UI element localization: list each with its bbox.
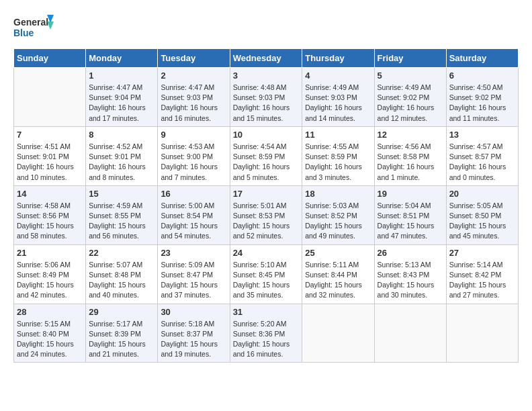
calendar-cell [302, 304, 374, 363]
calendar-cell: 24Sunrise: 5:10 AMSunset: 8:45 PMDayligh… [230, 244, 302, 304]
calendar-cell: 17Sunrise: 5:01 AMSunset: 8:53 PMDayligh… [230, 185, 302, 244]
calendar-week-row: 1Sunrise: 4:47 AMSunset: 9:04 PMDaylight… [14, 68, 519, 127]
weekday-header-sunday: Sunday [14, 49, 86, 68]
calendar-week-row: 14Sunrise: 4:58 AMSunset: 8:56 PMDayligh… [14, 185, 519, 244]
calendar-cell: 13Sunrise: 4:57 AMSunset: 8:57 PMDayligh… [446, 126, 518, 185]
calendar-cell: 26Sunrise: 5:13 AMSunset: 8:43 PMDayligh… [374, 244, 446, 304]
day-info: Sunrise: 5:11 AMSunset: 8:44 PMDaylight:… [305, 260, 371, 301]
day-number: 19 [378, 189, 443, 199]
day-number: 23 [161, 248, 226, 258]
calendar-cell: 12Sunrise: 4:56 AMSunset: 8:58 PMDayligh… [374, 126, 446, 185]
day-number: 25 [305, 248, 371, 258]
day-info: Sunrise: 4:59 AMSunset: 8:55 PMDaylight:… [89, 201, 154, 242]
logo: General Blue [13, 13, 54, 43]
day-info: Sunrise: 4:53 AMSunset: 9:00 PMDaylight:… [161, 142, 226, 183]
calendar-cell: 8Sunrise: 4:52 AMSunset: 9:01 PMDaylight… [86, 126, 158, 185]
weekday-header-saturday: Saturday [446, 49, 518, 68]
calendar-cell: 14Sunrise: 4:58 AMSunset: 8:56 PMDayligh… [14, 185, 86, 244]
calendar-cell: 16Sunrise: 5:00 AMSunset: 8:54 PMDayligh… [158, 185, 230, 244]
day-number: 14 [17, 189, 83, 199]
calendar-cell: 2Sunrise: 4:47 AMSunset: 9:03 PMDaylight… [158, 68, 230, 127]
day-info: Sunrise: 4:54 AMSunset: 8:59 PMDaylight:… [233, 142, 300, 183]
calendar-cell: 1Sunrise: 4:47 AMSunset: 9:04 PMDaylight… [86, 68, 158, 127]
calendar-header-row: SundayMondayTuesdayWednesdayThursdayFrid… [14, 49, 519, 68]
day-info: Sunrise: 4:47 AMSunset: 9:04 PMDaylight:… [89, 83, 154, 124]
calendar-cell: 11Sunrise: 4:55 AMSunset: 8:59 PMDayligh… [302, 126, 374, 185]
day-info: Sunrise: 5:07 AMSunset: 8:48 PMDaylight:… [89, 260, 154, 301]
svg-text:Blue: Blue [13, 28, 34, 38]
day-info: Sunrise: 5:13 AMSunset: 8:43 PMDaylight:… [378, 260, 443, 301]
day-info: Sunrise: 5:17 AMSunset: 8:39 PMDaylight:… [89, 319, 154, 360]
calendar-cell: 9Sunrise: 4:53 AMSunset: 9:00 PMDaylight… [158, 126, 230, 185]
day-info: Sunrise: 4:49 AMSunset: 9:02 PMDaylight:… [378, 83, 443, 124]
day-number: 11 [305, 130, 371, 140]
calendar-cell: 7Sunrise: 4:51 AMSunset: 9:01 PMDaylight… [14, 126, 86, 185]
day-number: 5 [378, 71, 443, 81]
day-info: Sunrise: 4:49 AMSunset: 9:03 PMDaylight:… [305, 83, 371, 124]
day-number: 8 [89, 130, 154, 140]
calendar-cell: 27Sunrise: 5:14 AMSunset: 8:42 PMDayligh… [446, 244, 518, 304]
day-info: Sunrise: 5:20 AMSunset: 8:36 PMDaylight:… [233, 319, 300, 360]
day-info: Sunrise: 5:00 AMSunset: 8:54 PMDaylight:… [161, 201, 226, 242]
day-number: 6 [449, 71, 515, 81]
calendar-cell [446, 304, 518, 363]
calendar-cell: 4Sunrise: 4:49 AMSunset: 9:03 PMDaylight… [302, 68, 374, 127]
logo-svg: General Blue [13, 13, 54, 43]
day-info: Sunrise: 5:15 AMSunset: 8:40 PMDaylight:… [17, 319, 83, 360]
day-number: 3 [233, 71, 300, 81]
calendar-cell [14, 68, 86, 127]
day-info: Sunrise: 4:56 AMSunset: 8:58 PMDaylight:… [378, 142, 443, 183]
day-number: 31 [233, 307, 300, 317]
day-number: 2 [161, 71, 226, 81]
day-number: 29 [89, 307, 154, 317]
day-info: Sunrise: 4:51 AMSunset: 9:01 PMDaylight:… [17, 142, 83, 183]
day-number: 4 [305, 71, 371, 81]
calendar-cell: 6Sunrise: 4:50 AMSunset: 9:02 PMDaylight… [446, 68, 518, 127]
day-number: 10 [233, 130, 300, 140]
day-number: 13 [449, 130, 515, 140]
page-header: General Blue [13, 13, 519, 43]
day-info: Sunrise: 4:58 AMSunset: 8:56 PMDaylight:… [17, 201, 83, 242]
day-number: 17 [233, 189, 300, 199]
day-number: 15 [89, 189, 154, 199]
calendar-cell: 10Sunrise: 4:54 AMSunset: 8:59 PMDayligh… [230, 126, 302, 185]
calendar-week-row: 21Sunrise: 5:06 AMSunset: 8:49 PMDayligh… [14, 244, 519, 304]
day-info: Sunrise: 5:09 AMSunset: 8:47 PMDaylight:… [161, 260, 226, 301]
day-number: 24 [233, 248, 300, 258]
calendar-cell: 15Sunrise: 4:59 AMSunset: 8:55 PMDayligh… [86, 185, 158, 244]
day-info: Sunrise: 4:55 AMSunset: 8:59 PMDaylight:… [305, 142, 371, 183]
day-number: 26 [378, 248, 443, 258]
weekday-header-wednesday: Wednesday [230, 49, 302, 68]
day-info: Sunrise: 4:48 AMSunset: 9:03 PMDaylight:… [233, 83, 300, 124]
day-number: 27 [449, 248, 515, 258]
day-info: Sunrise: 5:06 AMSunset: 8:49 PMDaylight:… [17, 260, 83, 301]
day-number: 28 [17, 307, 83, 317]
calendar-cell: 22Sunrise: 5:07 AMSunset: 8:48 PMDayligh… [86, 244, 158, 304]
day-number: 22 [89, 248, 154, 258]
day-info: Sunrise: 4:50 AMSunset: 9:02 PMDaylight:… [449, 83, 515, 124]
day-number: 9 [161, 130, 226, 140]
day-info: Sunrise: 5:01 AMSunset: 8:53 PMDaylight:… [233, 201, 300, 242]
weekday-header-friday: Friday [374, 49, 446, 68]
calendar-cell: 5Sunrise: 4:49 AMSunset: 9:02 PMDaylight… [374, 68, 446, 127]
day-info: Sunrise: 5:18 AMSunset: 8:37 PMDaylight:… [161, 319, 226, 360]
day-number: 16 [161, 189, 226, 199]
day-info: Sunrise: 5:10 AMSunset: 8:45 PMDaylight:… [233, 260, 300, 301]
weekday-header-tuesday: Tuesday [158, 49, 230, 68]
calendar-cell: 28Sunrise: 5:15 AMSunset: 8:40 PMDayligh… [14, 304, 86, 363]
day-info: Sunrise: 4:52 AMSunset: 9:01 PMDaylight:… [89, 142, 154, 183]
calendar-week-row: 7Sunrise: 4:51 AMSunset: 9:01 PMDaylight… [14, 126, 519, 185]
calendar-cell: 18Sunrise: 5:03 AMSunset: 8:52 PMDayligh… [302, 185, 374, 244]
weekday-header-monday: Monday [86, 49, 158, 68]
day-info: Sunrise: 5:03 AMSunset: 8:52 PMDaylight:… [305, 201, 371, 242]
day-number: 12 [378, 130, 443, 140]
day-info: Sunrise: 5:04 AMSunset: 8:51 PMDaylight:… [378, 201, 443, 242]
day-number: 18 [305, 189, 371, 199]
calendar-cell [374, 304, 446, 363]
calendar-body: 1Sunrise: 4:47 AMSunset: 9:04 PMDaylight… [14, 68, 519, 363]
calendar-cell: 23Sunrise: 5:09 AMSunset: 8:47 PMDayligh… [158, 244, 230, 304]
calendar-week-row: 28Sunrise: 5:15 AMSunset: 8:40 PMDayligh… [14, 304, 519, 363]
svg-text:General: General [13, 17, 48, 28]
calendar-cell: 19Sunrise: 5:04 AMSunset: 8:51 PMDayligh… [374, 185, 446, 244]
weekday-header-thursday: Thursday [302, 49, 374, 68]
